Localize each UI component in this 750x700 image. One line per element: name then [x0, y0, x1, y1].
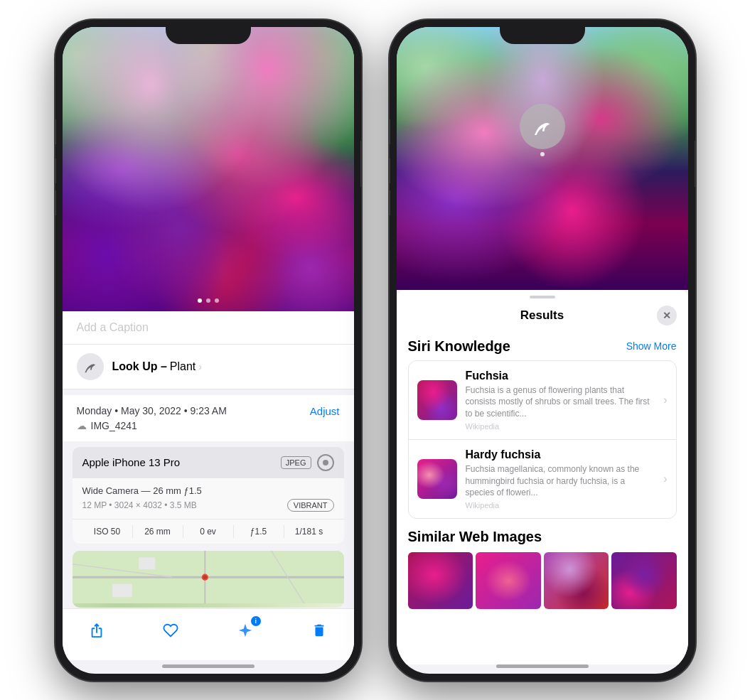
adjust-button[interactable]: Adjust [310, 405, 340, 417]
date-text: Monday • May 30, 2022 • 9:23 AM [77, 405, 227, 416]
photo-display-2[interactable] [397, 27, 688, 290]
lookup-row[interactable]: Look Up – Plant › [63, 345, 354, 389]
fuchsia-chevron: › [663, 394, 667, 406]
photo-info-section: Monday • May 30, 2022 • 9:23 AM Adjust ☁… [63, 395, 354, 441]
camera-header: Apple iPhone 13 Pro JPEG [73, 447, 344, 478]
similar-title: Similar Web Images [408, 529, 677, 545]
fuchsia-name: Fuchsia [466, 370, 655, 382]
fuchsia-description: Fuchsia is a genus of flowering plants t… [466, 384, 655, 420]
knowledge-card: Fuchsia Fuchsia is a genus of flowering … [408, 360, 677, 519]
date-row: Monday • May 30, 2022 • 9:23 AM Adjust [77, 405, 340, 417]
exif-aperture: ƒ1.5 [234, 525, 284, 538]
knowledge-item-hardy[interactable]: Hardy fuchsia Fuchsia magellanica, commo… [409, 440, 676, 518]
caption-placeholder[interactable]: Add a Caption [77, 321, 149, 333]
fuchsia-source: Wikipedia [466, 422, 655, 431]
lookup-bold: Look Up – [112, 360, 167, 373]
notch-1 [166, 20, 251, 44]
exif-iso: ISO 50 [82, 525, 133, 538]
svg-rect-5 [112, 583, 132, 597]
phone2-content: Results ✕ Siri Knowledge Show More [397, 27, 688, 674]
hardy-chevron: › [663, 473, 667, 485]
similar-section: Similar Web Images [408, 529, 677, 609]
photo-display[interactable] [63, 27, 354, 311]
caption-area[interactable]: Add a Caption [63, 311, 354, 345]
hardy-source: Wikipedia [466, 501, 655, 510]
trash-button[interactable] [306, 618, 332, 643]
filename-text: IMG_4241 [91, 420, 137, 431]
visual-lookup-indicator[interactable] [520, 104, 565, 149]
similar-image-2[interactable] [476, 552, 541, 609]
cloud-icon: ☁ [77, 420, 87, 431]
info-button[interactable]: i [232, 618, 258, 643]
screen-2: Results ✕ Siri Knowledge Show More [397, 27, 688, 674]
vibrant-badge: VIBRANT [287, 499, 334, 512]
show-more-button[interactable]: Show More [626, 340, 677, 352]
heart-button[interactable] [158, 618, 183, 643]
toolbar: i [63, 608, 354, 660]
sparkle-icon [237, 623, 253, 638]
camera-details: Wide Camera — 26 mm ƒ1.5 12 MP • 3024 × … [73, 478, 344, 519]
jpeg-badge: JPEG [281, 456, 311, 469]
heart-icon [163, 623, 178, 638]
hardy-name: Hardy fuchsia [466, 448, 655, 461]
share-button[interactable] [84, 618, 109, 643]
specs-text: 12 MP • 3024 × 4032 • 3.5 MB [82, 500, 197, 510]
similar-image-3[interactable] [544, 552, 609, 609]
similar-grid [408, 552, 677, 609]
map-area[interactable] [73, 551, 344, 608]
trash-icon [311, 623, 327, 638]
camera-badges: JPEG [281, 454, 334, 471]
svg-point-8 [203, 575, 207, 579]
lookup-label[interactable]: Look Up – Plant › [112, 360, 202, 373]
leaf-recognition-icon [531, 115, 554, 138]
similar-image-4[interactable] [611, 552, 677, 609]
photo-pagination [198, 298, 219, 303]
leaf-icon [82, 359, 98, 375]
hardy-info: Hardy fuchsia Fuchsia magellanica, commo… [466, 448, 655, 510]
fuchsia-info: Fuchsia Fuchsia is a genus of flowering … [466, 370, 655, 431]
camera-model: Apple iPhone 13 Pro [82, 456, 181, 468]
phone-1: Add a Caption Look Up – Plant › Mon [55, 20, 361, 681]
results-sheet: Results ✕ Siri Knowledge Show More [397, 290, 688, 664]
camera-specs: 12 MP • 3024 × 4032 • 3.5 MB VIBRANT [82, 499, 334, 512]
exif-row: ISO 50 26 mm 0 ev ƒ1.5 1/181 s [73, 519, 344, 544]
hardy-thumb-image [417, 459, 457, 499]
camera-section: Apple iPhone 13 Pro JPEG Wide Camera — 2… [73, 447, 344, 544]
siri-knowledge-title: Siri Knowledge [408, 338, 510, 355]
sheet-content[interactable]: Siri Knowledge Show More Fuchsia Fuchsia… [397, 331, 688, 664]
svg-rect-6 [139, 557, 155, 569]
hardy-description: Fuchsia magellanica, commonly known as t… [466, 463, 655, 499]
hardy-thumbnail [417, 459, 457, 499]
exif-ev: 0 ev [183, 525, 234, 538]
fuchsia-thumb-image [417, 380, 457, 420]
info-badge: i [251, 616, 261, 626]
results-title: Results [428, 308, 657, 323]
filename-row: ☁ IMG_4241 [77, 420, 340, 431]
fuchsia-image [63, 27, 354, 311]
siri-knowledge-header: Siri Knowledge Show More [408, 338, 677, 355]
home-indicator-1 [162, 664, 255, 668]
notch-2 [500, 20, 585, 44]
exif-focal: 26 mm [133, 525, 183, 538]
close-button[interactable]: ✕ [657, 306, 677, 325]
knowledge-item-fuchsia[interactable]: Fuchsia Fuchsia is a genus of flowering … [409, 361, 676, 440]
similar-image-1[interactable] [408, 552, 473, 609]
phone-2: Results ✕ Siri Knowledge Show More [390, 20, 695, 681]
fuchsia-thumbnail [417, 380, 457, 420]
sheet-header: Results ✕ [397, 298, 688, 331]
camera-wide: Wide Camera — 26 mm ƒ1.5 [82, 485, 334, 496]
visual-dot [540, 152, 545, 156]
lookup-icon [77, 353, 104, 380]
fuchsia-image-2 [397, 27, 688, 290]
exif-shutter: 1/181 s [284, 525, 334, 538]
phone1-content: Add a Caption Look Up – Plant › Mon [63, 27, 354, 674]
share-icon [89, 623, 105, 638]
camera-lens-icon [317, 454, 334, 471]
screen-1: Add a Caption Look Up – Plant › Mon [63, 27, 354, 674]
map-roads-svg [73, 551, 344, 604]
home-indicator-2 [496, 664, 589, 668]
lookup-regular: Plant [170, 360, 195, 373]
lookup-chevron: › [198, 361, 202, 372]
